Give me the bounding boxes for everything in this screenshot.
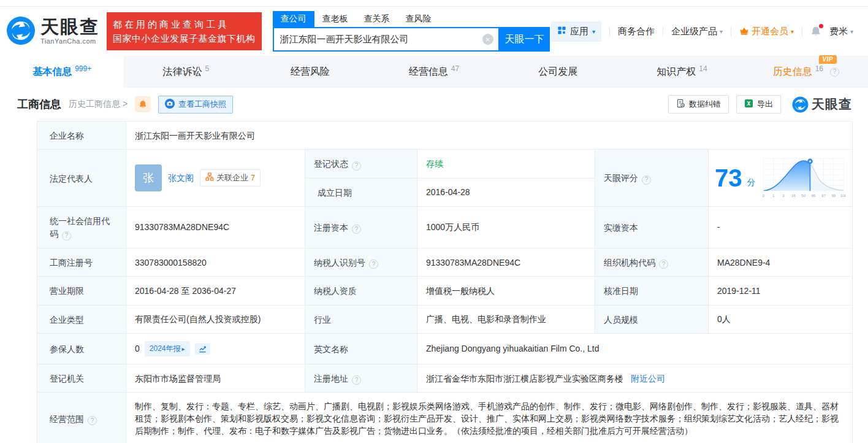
insured-count-value: 0	[135, 342, 140, 355]
tab-legal-litigation[interactable]: 法律诉讼 5	[124, 56, 248, 88]
table-row: 法定代表人 张 张文阁 关联企业 7 登记状态 存续 天眼评分 73 分	[37, 150, 853, 179]
field-label: 组织机构代码	[595, 248, 709, 277]
tianyancha-logo[interactable]: 天眼查 TianYanCha.com	[6, 16, 99, 47]
approval-date-value: 2019-12-11	[709, 277, 853, 305]
search-input[interactable]	[274, 34, 482, 45]
enterprise-products-label: 企业级产品	[671, 26, 717, 37]
clear-search-icon[interactable]	[482, 34, 493, 45]
help-icon[interactable]	[352, 225, 361, 234]
field-label: 统一社会信用代码	[37, 207, 126, 248]
correction-button-label: 数据纠错	[689, 99, 721, 110]
help-icon[interactable]	[62, 231, 71, 241]
subscribe-bell-icon[interactable]	[135, 96, 151, 112]
snapshot-button-label: 查看工商快照	[178, 99, 226, 110]
trend-chart-icon[interactable]	[195, 343, 210, 355]
score-value: 73	[715, 166, 742, 190]
table-row: 经营范围 制作、复制、发行：专题、专栏、综艺、动画片、广播剧、电视剧；影视娱乐类…	[37, 393, 853, 443]
slogan-line-2: 国家中小企业发展子基金旗下机构	[113, 31, 256, 45]
chevron-right-icon	[182, 342, 185, 355]
tianyancha-score: 73 分	[715, 155, 846, 201]
nav-open-vip[interactable]: 开通会员	[739, 26, 794, 37]
top-divider	[0, 0, 868, 7]
annual-report-label: 2024年报	[150, 342, 181, 355]
business-info-table: 企业名称 浙江东阳一画开天影业有限公司 法定代表人 张 张文阁 关联企业 7 登…	[37, 121, 853, 443]
score-axis-ticks: 0 1 3 15 50 85 97 99 100	[762, 194, 846, 198]
username: 费米	[829, 26, 848, 37]
registered-address-value: 浙江省金华市东阳市浙江横店影视产业实验区商务楼	[426, 374, 623, 383]
data-correction-button[interactable]: 数据纠错	[668, 95, 729, 114]
help-icon[interactable]	[830, 67, 839, 77]
tab-basic-info[interactable]: 基本信息 999+	[0, 56, 124, 88]
help-icon[interactable]	[369, 260, 378, 269]
search-tab-boss[interactable]: 查老板	[314, 11, 356, 27]
nav-divider	[663, 27, 663, 36]
search-tab-relation[interactable]: 查关系	[356, 11, 398, 27]
user-menu[interactable]: 费米	[829, 26, 853, 37]
field-label: 法定代表人	[37, 150, 126, 207]
uscc-value: 91330783MA28DNE94C	[126, 207, 305, 248]
tab-intellectual-property[interactable]: 知识产权 14	[620, 56, 744, 88]
staff-size-value: 0人	[709, 305, 853, 333]
field-label: 注册资本	[305, 207, 417, 248]
field-label: 天眼评分	[595, 150, 709, 207]
business-term-value: 2016-04-28 至 2036-04-27	[126, 277, 305, 305]
crown-icon	[739, 26, 749, 37]
taxpayer-quality-value: 增值税一般纳税人	[417, 277, 595, 305]
help-icon[interactable]	[352, 161, 361, 171]
export-button[interactable]: 导出	[736, 95, 781, 114]
tab-label: 历史信息	[773, 66, 812, 79]
industry-value: 广播、电视、电影和录音制作业	[417, 305, 595, 333]
related-companies-badge[interactable]: 关联企业 7	[200, 169, 261, 187]
apps-menu[interactable]: 应用	[551, 21, 601, 42]
field-label: 登记状态	[305, 150, 417, 179]
correction-icon	[676, 99, 685, 110]
tab-operation-risk[interactable]: 经营风险	[248, 56, 372, 88]
table-row: 工商注册号 330783000158820 纳税人识别号 91330783MA2…	[37, 248, 853, 277]
field-label: 实缴资本	[595, 207, 709, 248]
field-label: 企业名称	[37, 121, 126, 150]
notifications-bell-icon[interactable]	[810, 26, 821, 37]
search-tab-risk[interactable]: 查风险	[398, 11, 440, 27]
help-icon[interactable]	[88, 416, 97, 425]
search-tab-company[interactable]: 查公司	[273, 11, 314, 27]
nav-business-cooperation[interactable]: 商务合作	[618, 26, 655, 37]
legal-rep-link[interactable]: 张文阁	[168, 172, 194, 184]
field-label: 核准日期	[595, 277, 709, 305]
help-icon[interactable]	[352, 376, 361, 385]
org-chart-icon	[205, 172, 214, 184]
org-code-value: MA28DNE9-4	[709, 248, 853, 277]
field-label: 纳税人识别号	[305, 248, 417, 277]
watermark-brand: 天眼查	[812, 96, 852, 113]
annual-report-pill[interactable]: 2024年报	[145, 341, 190, 356]
open-vip-label: 开通会员	[752, 26, 788, 37]
section-bar: 工商信息 历史工商信息 查看工商快照 数据纠错 导出 天眼查	[0, 88, 868, 121]
nav-enterprise-products[interactable]: 企业级产品	[671, 26, 723, 37]
company-tabbar: 基本信息 999+ 法律诉讼 5 经营风险 经营信息 47 公司发展 知识产权 …	[0, 56, 868, 88]
svg-text:3: 3	[782, 194, 785, 198]
help-icon[interactable]	[642, 175, 651, 185]
tab-history-info[interactable]: VIP 历史信息 16	[744, 56, 868, 88]
registered-capital-value: 1000万人民币	[417, 207, 595, 248]
nav-divider	[731, 27, 731, 36]
score-distribution-chart: 0 1 3 15 50 85 97 99 100	[761, 155, 847, 201]
notification-dot	[819, 24, 823, 28]
tab-label: 基本信息	[32, 66, 72, 79]
tab-label: 经营信息	[409, 66, 448, 79]
nearby-companies-link[interactable]: 附近公司	[631, 374, 665, 383]
tab-count: 5	[205, 64, 210, 73]
help-icon[interactable]	[659, 260, 668, 269]
tab-count: 16	[815, 64, 823, 73]
table-row: 参保人数 0 2024年报 英文名称 Zhejiang Dongyang yih…	[37, 333, 853, 364]
camera-icon	[165, 99, 175, 110]
establish-date-value: 2016-04-28	[417, 178, 595, 206]
tab-business-info[interactable]: 经营信息 47	[372, 56, 496, 88]
tab-label: 法律诉讼	[163, 66, 202, 79]
tab-company-development[interactable]: 公司发展	[496, 56, 620, 88]
table-row: 营业期限 2016-04-28 至 2036-04-27 纳税人资质 增值税一般…	[37, 277, 853, 305]
field-label: 登记机关	[37, 364, 126, 393]
view-business-snapshot-button[interactable]: 查看工商快照	[158, 96, 233, 114]
tab-label: 经营风险	[291, 66, 330, 79]
search-button[interactable]: 天眼一下	[500, 27, 550, 52]
svg-text:0: 0	[762, 194, 764, 198]
history-business-info-link[interactable]: 历史工商信息	[69, 99, 128, 110]
